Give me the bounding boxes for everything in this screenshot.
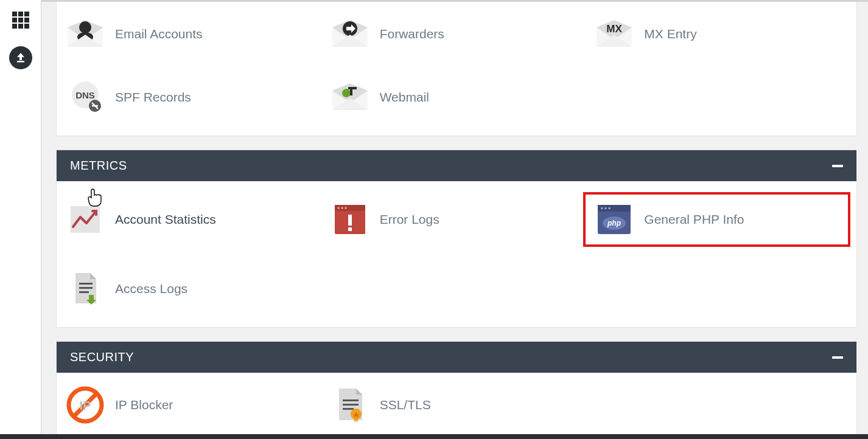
svg-rect-39	[343, 399, 359, 401]
item-ip-blocker[interactable]: IP IP Blocker	[63, 384, 321, 426]
security-panel-title: SECURITY	[70, 350, 134, 364]
svg-rect-33	[79, 283, 93, 285]
svg-rect-24	[348, 215, 352, 226]
svg-point-21	[337, 207, 339, 209]
security-panel-header[interactable]: SECURITY	[57, 342, 856, 373]
item-webmail[interactable]: Webmail	[327, 76, 586, 119]
svg-rect-25	[348, 227, 352, 231]
item-label: SSL/TLS	[380, 398, 431, 412]
mx-entry-icon: MX	[594, 17, 634, 51]
general-php-info-icon: php	[594, 202, 634, 237]
forwarders-icon	[330, 17, 370, 51]
svg-text:IP: IP	[80, 399, 91, 412]
svg-point-28	[601, 207, 604, 210]
apps-grid-button[interactable]	[9, 9, 32, 32]
item-label: Forwarders	[380, 27, 444, 41]
collapse-icon	[832, 356, 843, 359]
item-label: SPF Records	[115, 90, 191, 105]
svg-point-30	[609, 207, 611, 210]
svg-point-22	[341, 207, 343, 209]
item-email-accounts[interactable]: Email Accounts	[63, 13, 321, 55]
svg-rect-8	[24, 24, 29, 29]
svg-rect-4	[18, 18, 23, 22]
highlight-general-php-info: php General PHP Info	[583, 192, 850, 247]
footer-bar	[0, 434, 868, 439]
item-ssl-tls[interactable]: SSL/TLS	[327, 384, 586, 426]
svg-rect-6	[12, 24, 17, 29]
item-label: Error Logs	[380, 212, 439, 227]
webmail-icon	[330, 80, 370, 114]
ip-blocker-icon: IP	[65, 388, 105, 422]
item-label: Email Accounts	[115, 27, 203, 41]
svg-text:php: php	[607, 219, 621, 227]
item-label: IP Blocker	[115, 398, 173, 412]
item-access-logs[interactable]: Access Logs	[63, 268, 321, 310]
svg-rect-35	[79, 291, 89, 293]
svg-rect-3	[12, 18, 17, 22]
svg-text:DNS: DNS	[75, 90, 95, 100]
metrics-panel-title: METRICS	[70, 159, 127, 173]
svg-rect-41	[343, 408, 354, 410]
metrics-panel: METRICS Account Statistics	[56, 150, 857, 328]
svg-rect-5	[24, 18, 29, 22]
security-panel: SECURITY IP IP Blocker	[56, 341, 857, 439]
svg-rect-7	[18, 24, 23, 29]
item-label: Account Statistics	[115, 212, 216, 227]
item-forwarders[interactable]: Forwarders	[327, 13, 586, 55]
account-statistics-icon	[65, 202, 105, 237]
upload-icon	[15, 52, 27, 64]
spf-records-icon: DNS	[65, 80, 105, 114]
item-label: General PHP Info	[644, 212, 744, 227]
item-spf-records[interactable]: DNS SPF Records	[63, 76, 321, 119]
collapse-icon	[832, 165, 843, 167]
svg-rect-9	[17, 61, 24, 63]
apps-grid-icon	[12, 11, 30, 29]
email-accounts-icon	[65, 17, 105, 51]
error-logs-icon	[330, 202, 370, 237]
access-logs-icon	[65, 272, 105, 306]
svg-rect-34	[79, 287, 93, 289]
item-general-php-info[interactable]: php General PHP Info	[592, 198, 787, 241]
svg-point-10	[79, 21, 91, 33]
svg-point-29	[605, 207, 607, 210]
main-content: Email Accounts Forwarders	[41, 0, 868, 439]
svg-rect-40	[343, 404, 359, 406]
upload-button[interactable]	[9, 46, 32, 69]
sidebar	[0, 0, 41, 439]
svg-point-17	[342, 89, 351, 97]
item-label: MX Entry	[644, 27, 696, 41]
item-error-logs[interactable]: Error Logs	[327, 192, 586, 247]
email-panel: Email Accounts Forwarders	[56, 2, 857, 136]
item-mx-entry[interactable]: MX MX Entry	[592, 13, 850, 55]
item-label: Webmail	[380, 90, 429, 105]
metrics-panel-header[interactable]: METRICS	[57, 150, 856, 181]
svg-point-23	[345, 207, 346, 209]
svg-rect-1	[18, 12, 23, 16]
item-label: Access Logs	[115, 282, 187, 296]
item-account-statistics[interactable]: Account Statistics	[63, 192, 321, 247]
svg-text:MX: MX	[607, 23, 623, 35]
ssl-tls-icon	[330, 388, 370, 422]
svg-rect-0	[12, 12, 17, 16]
svg-rect-2	[24, 12, 29, 16]
